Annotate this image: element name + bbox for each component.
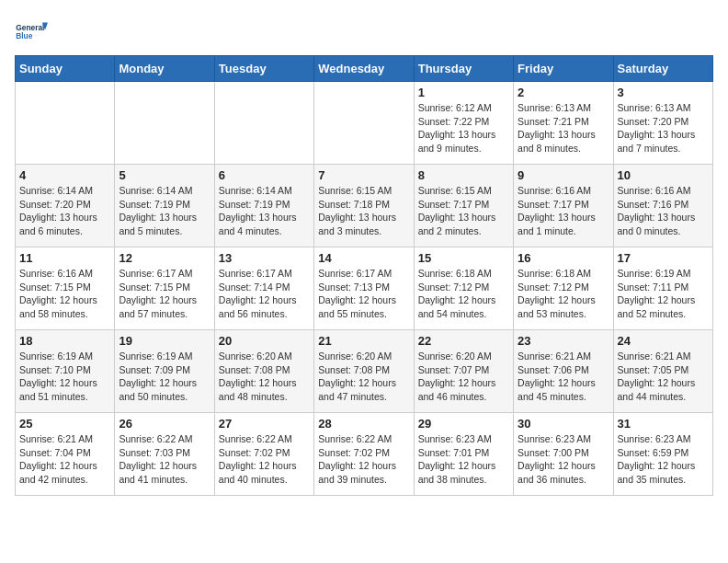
calendar-cell: 21Sunrise: 6:20 AM Sunset: 7:08 PM Dayli… [314, 330, 414, 413]
day-number: 17 [618, 251, 709, 265]
calendar-week-row: 18Sunrise: 6:19 AM Sunset: 7:10 PM Dayli… [16, 330, 713, 413]
day-info: Sunrise: 6:21 AM Sunset: 7:05 PM Dayligh… [618, 350, 709, 404]
calendar-cell: 11Sunrise: 6:16 AM Sunset: 7:15 PM Dayli… [16, 247, 115, 330]
calendar-cell: 2Sunrise: 6:13 AM Sunset: 7:21 PM Daylig… [514, 82, 613, 165]
day-number: 16 [518, 251, 609, 265]
calendar-cell [314, 82, 414, 165]
day-info: Sunrise: 6:16 AM Sunset: 7:15 PM Dayligh… [19, 267, 110, 321]
day-number: 24 [618, 334, 709, 348]
calendar-cell: 26Sunrise: 6:22 AM Sunset: 7:03 PM Dayli… [115, 413, 214, 496]
calendar-cell: 13Sunrise: 6:17 AM Sunset: 7:14 PM Dayli… [214, 247, 313, 330]
day-number: 10 [618, 168, 709, 182]
day-info: Sunrise: 6:17 AM Sunset: 7:13 PM Dayligh… [318, 267, 409, 321]
calendar-cell [214, 82, 313, 165]
day-info: Sunrise: 6:20 AM Sunset: 7:08 PM Dayligh… [318, 350, 409, 404]
col-header-wednesday: Wednesday [314, 56, 414, 82]
calendar-table: SundayMondayTuesdayWednesdayThursdayFrid… [15, 55, 713, 496]
calendar-week-row: 1Sunrise: 6:12 AM Sunset: 7:22 PM Daylig… [16, 82, 713, 165]
calendar-cell: 18Sunrise: 6:19 AM Sunset: 7:10 PM Dayli… [16, 330, 115, 413]
day-info: Sunrise: 6:19 AM Sunset: 7:11 PM Dayligh… [618, 267, 709, 321]
calendar-cell: 15Sunrise: 6:18 AM Sunset: 7:12 PM Dayli… [414, 247, 513, 330]
calendar-cell: 31Sunrise: 6:23 AM Sunset: 6:59 PM Dayli… [613, 413, 712, 496]
calendar-cell [16, 82, 115, 165]
calendar-cell: 9Sunrise: 6:16 AM Sunset: 7:17 PM Daylig… [514, 165, 613, 247]
day-number: 1 [418, 86, 509, 99]
day-number: 30 [518, 417, 609, 431]
day-number: 2 [518, 86, 609, 99]
calendar-cell: 4Sunrise: 6:14 AM Sunset: 7:20 PM Daylig… [16, 165, 115, 247]
day-number: 11 [19, 251, 110, 265]
day-number: 21 [318, 334, 409, 348]
calendar-cell: 1Sunrise: 6:12 AM Sunset: 7:22 PM Daylig… [414, 82, 513, 165]
day-info: Sunrise: 6:20 AM Sunset: 7:07 PM Dayligh… [418, 350, 509, 404]
day-number: 18 [19, 334, 110, 348]
day-info: Sunrise: 6:19 AM Sunset: 7:10 PM Dayligh… [19, 350, 110, 404]
col-header-friday: Friday [514, 56, 613, 82]
calendar-cell: 19Sunrise: 6:19 AM Sunset: 7:09 PM Dayli… [115, 330, 214, 413]
day-number: 6 [219, 168, 310, 182]
day-info: Sunrise: 6:16 AM Sunset: 7:16 PM Dayligh… [618, 184, 709, 238]
calendar-cell: 8Sunrise: 6:15 AM Sunset: 7:17 PM Daylig… [414, 165, 513, 247]
calendar-cell [115, 82, 214, 165]
day-info: Sunrise: 6:16 AM Sunset: 7:17 PM Dayligh… [518, 184, 609, 238]
day-info: Sunrise: 6:14 AM Sunset: 7:20 PM Dayligh… [19, 184, 110, 238]
day-number: 26 [119, 417, 210, 431]
day-info: Sunrise: 6:23 AM Sunset: 7:01 PM Dayligh… [418, 432, 509, 487]
day-info: Sunrise: 6:19 AM Sunset: 7:09 PM Dayligh… [119, 350, 210, 404]
day-number: 13 [219, 251, 310, 265]
day-info: Sunrise: 6:12 AM Sunset: 7:22 PM Dayligh… [418, 101, 509, 155]
calendar-cell: 7Sunrise: 6:15 AM Sunset: 7:18 PM Daylig… [314, 165, 414, 247]
day-info: Sunrise: 6:20 AM Sunset: 7:08 PM Dayligh… [219, 350, 310, 404]
col-header-monday: Monday [115, 56, 214, 82]
day-number: 25 [19, 417, 110, 431]
logo: General Blue [15, 15, 48, 48]
calendar-cell: 22Sunrise: 6:20 AM Sunset: 7:07 PM Dayli… [414, 330, 513, 413]
day-number: 20 [219, 334, 310, 348]
day-number: 23 [518, 334, 609, 348]
calendar-week-row: 11Sunrise: 6:16 AM Sunset: 7:15 PM Dayli… [16, 247, 713, 330]
day-number: 19 [119, 334, 210, 348]
calendar-cell: 6Sunrise: 6:14 AM Sunset: 7:19 PM Daylig… [214, 165, 313, 247]
calendar-cell: 5Sunrise: 6:14 AM Sunset: 7:19 PM Daylig… [115, 165, 214, 247]
calendar-cell: 10Sunrise: 6:16 AM Sunset: 7:16 PM Dayli… [613, 165, 712, 247]
calendar-cell: 12Sunrise: 6:17 AM Sunset: 7:15 PM Dayli… [115, 247, 214, 330]
day-info: Sunrise: 6:14 AM Sunset: 7:19 PM Dayligh… [219, 184, 310, 238]
day-number: 8 [418, 168, 509, 182]
calendar-cell: 24Sunrise: 6:21 AM Sunset: 7:05 PM Dayli… [613, 330, 712, 413]
day-info: Sunrise: 6:15 AM Sunset: 7:18 PM Dayligh… [318, 184, 409, 238]
day-number: 15 [418, 251, 509, 265]
day-number: 4 [19, 168, 110, 182]
day-info: Sunrise: 6:22 AM Sunset: 7:02 PM Dayligh… [318, 432, 409, 487]
day-info: Sunrise: 6:22 AM Sunset: 7:02 PM Dayligh… [219, 432, 310, 487]
calendar-cell: 23Sunrise: 6:21 AM Sunset: 7:06 PM Dayli… [514, 330, 613, 413]
day-number: 5 [119, 168, 210, 182]
calendar-cell: 29Sunrise: 6:23 AM Sunset: 7:01 PM Dayli… [414, 413, 513, 496]
day-info: Sunrise: 6:17 AM Sunset: 7:14 PM Dayligh… [219, 267, 310, 321]
calendar-cell: 25Sunrise: 6:21 AM Sunset: 7:04 PM Dayli… [16, 413, 115, 496]
day-number: 31 [618, 417, 709, 431]
day-number: 14 [318, 251, 409, 265]
day-info: Sunrise: 6:13 AM Sunset: 7:21 PM Dayligh… [518, 101, 609, 155]
calendar-week-row: 25Sunrise: 6:21 AM Sunset: 7:04 PM Dayli… [16, 413, 713, 496]
calendar-cell: 27Sunrise: 6:22 AM Sunset: 7:02 PM Dayli… [214, 413, 313, 496]
calendar-cell: 3Sunrise: 6:13 AM Sunset: 7:20 PM Daylig… [613, 82, 712, 165]
col-header-sunday: Sunday [16, 56, 115, 82]
calendar-cell: 16Sunrise: 6:18 AM Sunset: 7:12 PM Dayli… [514, 247, 613, 330]
day-number: 7 [318, 168, 409, 182]
svg-text:General: General [16, 23, 44, 32]
day-info: Sunrise: 6:18 AM Sunset: 7:12 PM Dayligh… [418, 267, 509, 321]
day-info: Sunrise: 6:13 AM Sunset: 7:20 PM Dayligh… [618, 101, 709, 155]
day-number: 27 [219, 417, 310, 431]
day-info: Sunrise: 6:23 AM Sunset: 6:59 PM Dayligh… [618, 432, 709, 487]
day-info: Sunrise: 6:21 AM Sunset: 7:04 PM Dayligh… [19, 432, 110, 487]
day-info: Sunrise: 6:23 AM Sunset: 7:00 PM Dayligh… [518, 432, 609, 487]
col-header-thursday: Thursday [414, 56, 513, 82]
day-info: Sunrise: 6:14 AM Sunset: 7:19 PM Dayligh… [119, 184, 210, 238]
day-info: Sunrise: 6:15 AM Sunset: 7:17 PM Dayligh… [418, 184, 509, 238]
day-number: 12 [119, 251, 210, 265]
calendar-cell: 30Sunrise: 6:23 AM Sunset: 7:00 PM Dayli… [514, 413, 613, 496]
calendar-week-row: 4Sunrise: 6:14 AM Sunset: 7:20 PM Daylig… [16, 165, 713, 247]
day-number: 9 [518, 168, 609, 182]
calendar-header-row: SundayMondayTuesdayWednesdayThursdayFrid… [16, 56, 713, 82]
col-header-saturday: Saturday [613, 56, 712, 82]
